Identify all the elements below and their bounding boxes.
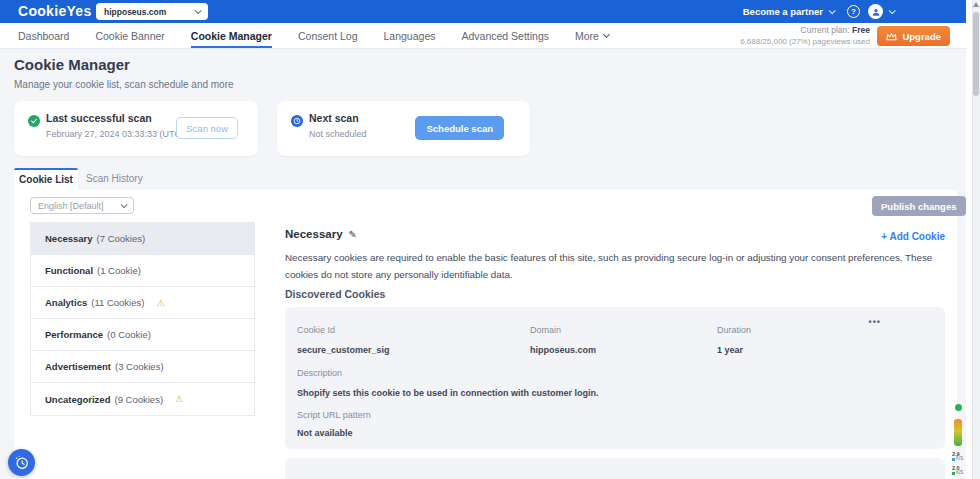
category-count: (1 Cookie) [97,265,141,276]
add-cookie-link[interactable]: + Add Cookie [285,231,945,242]
next-scan-card: Next scan Not scheduled Schedule scan [277,101,530,156]
plan-usage: 6,688/25,000 (27%) pageviews used [740,37,870,46]
chevron-down-icon [889,7,896,14]
nav-item-more-label: More [575,23,599,49]
scan-widget-button[interactable] [8,449,35,476]
domain-selector-value: hipposeus.com [104,7,195,17]
become-partner-menu[interactable]: Become a partner [743,0,834,23]
nav-item-cookie-banner[interactable]: Cookie Banner [95,23,164,48]
activity-gradient-bar [954,419,962,446]
category-count: (3 Cookies) [115,361,164,372]
app-window: CookieYes hipposeus.com Become a partner… [0,0,980,479]
plan-name: Free [852,25,870,35]
top-bar: CookieYes hipposeus.com Become a partner… [0,0,966,23]
plan-label: Current plan: Free [740,25,870,35]
tab-cookie-list[interactable]: Cookie List [14,168,78,190]
category-name: Uncategorized [45,394,110,405]
scanner-clock-icon [13,454,30,471]
warning-icon: ⚠ [156,298,164,308]
category-count: (11 Cookies) [91,297,144,308]
speed-unit: K/S [956,471,963,476]
script-url-value: Not available [297,428,353,438]
scroll-up-arrow-icon[interactable] [973,2,979,7]
tab-scan-history[interactable]: Scan History [86,168,143,190]
domain-label: Domain [530,325,561,335]
category-count: (0 Cookie) [107,329,151,340]
page-subtitle: Manage your cookie list, scan schedule a… [14,79,234,90]
next-scan-title: Next scan [309,112,359,124]
category-name: Advertisement [45,361,111,372]
category-uncategorized[interactable]: Uncategorized (9 Cookies) ⚠ [31,383,254,415]
status-dot-icon [955,404,962,411]
upload-marker-icon [952,472,955,475]
chevron-down-icon [603,30,610,37]
category-functional[interactable]: Functional (1 Cookie) [31,255,254,287]
chevron-down-icon [195,7,202,14]
cookie-detail-card: Cookie Id Domain Duration ••• secure_cus… [285,307,945,449]
duration-value: 1 year [717,345,743,355]
cookie-id-value: secure_customer_sig [297,345,390,355]
warning-icon: ⚠ [175,394,183,404]
language-select-value: English [Default] [38,201,121,211]
category-advertisement[interactable]: Advertisement (3 Cookies) [31,351,254,383]
person-icon [871,7,881,17]
scrollbar[interactable] [972,0,980,479]
category-necessary[interactable]: Necessary (7 Cookies) [31,223,254,255]
last-scan-timestamp: February 27, 2024 03:33:33 (UTC) [46,129,184,139]
description-value: Shopify sets this cookie to be used in c… [297,388,599,398]
category-name: Performance [45,329,103,340]
upgrade-button[interactable]: Upgrade [877,26,950,46]
chevron-down-icon [829,7,836,14]
language-select[interactable]: English [Default] [30,197,134,214]
download-speed: 2.9 K/S [952,451,969,462]
category-name: Functional [45,265,93,276]
success-check-icon [28,115,40,127]
upload-speed: 2.0 K/S [952,465,969,476]
nav-item-languages[interactable]: Languages [384,23,436,48]
category-list: Necessary (7 Cookies) Functional (1 Cook… [30,222,255,416]
description-label: Description [297,368,342,378]
domain-value: hipposeus.com [530,345,596,355]
cookieyes-logo: CookieYes [18,0,92,23]
help-icon[interactable]: ? [847,5,860,18]
category-analytics[interactable]: Analytics (11 Cookies) ⚠ [31,287,254,319]
cookie-id-label: Cookie Id [297,325,335,335]
category-description: Necessary cookies are required to enable… [285,249,947,283]
duration-label: Duration [717,325,751,335]
nav-item-consent-log[interactable]: Consent Log [298,23,358,48]
nav-item-more[interactable]: More [575,23,609,48]
next-cookie-card [285,458,945,479]
download-marker-icon [952,458,955,461]
scrollbar-thumb[interactable] [973,12,979,96]
category-name: Necessary [45,233,93,244]
page-background: CookieYes hipposeus.com Become a partner… [0,0,966,479]
category-name: Analytics [45,297,87,308]
scan-now-button[interactable]: Scan now [176,117,238,139]
nav-item-cookie-manager[interactable]: Cookie Manager [191,23,272,48]
domain-selector[interactable]: hipposeus.com [96,3,208,20]
network-monitor-overlay: 2.9 K/S 2.0 K/S [951,404,969,479]
account-menu[interactable] [868,4,894,19]
script-url-label: Script URL pattern [297,410,371,420]
publish-changes-button[interactable]: Publish changes [872,196,966,216]
last-scan-card: Last successful scan February 27, 2024 0… [14,101,258,156]
category-performance[interactable]: Performance (0 Cookie) [31,319,254,351]
last-scan-title: Last successful scan [46,112,152,124]
nav-item-advanced-settings[interactable]: Advanced Settings [461,23,549,48]
plan-info: Current plan: Free 6,688/25,000 (27%) pa… [740,25,870,46]
schedule-scan-button[interactable]: Schedule scan [415,116,504,140]
speed-unit: K/S [956,457,963,462]
crown-icon [886,32,897,41]
upgrade-label: Upgrade [902,31,941,42]
avatar [868,4,883,19]
category-count: (9 Cookies) [114,394,163,405]
become-partner-label: Become a partner [743,0,823,23]
plan-label-text: Current plan: [801,25,850,35]
nav-item-dashboard[interactable]: Dashboard [18,23,69,48]
category-count: (7 Cookies) [97,233,146,244]
more-options-icon[interactable]: ••• [869,317,881,327]
page-title: Cookie Manager [14,56,130,73]
clock-icon [291,115,303,127]
discovered-cookies-title: Discovered Cookies [285,288,385,300]
chevron-down-icon [121,201,128,208]
